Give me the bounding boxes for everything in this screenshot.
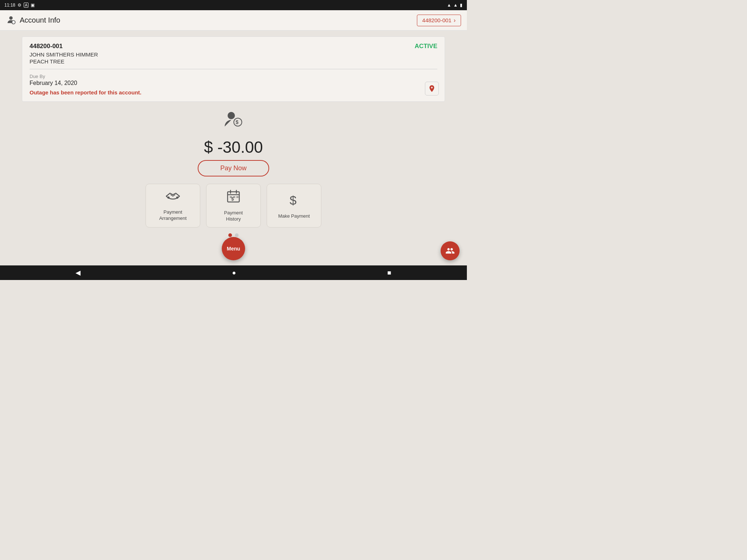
settings-icon: ⚙	[18, 3, 22, 8]
menu-fab-button[interactable]: Menu	[222, 237, 245, 260]
outage-message: Outage has been reported for this accoun…	[30, 89, 437, 96]
pagination-dots	[228, 233, 239, 237]
account-person-icon: i	[6, 15, 16, 26]
svg-point-9	[176, 197, 178, 199]
recent-button[interactable]: ■	[387, 269, 391, 277]
signal-icon: ▲	[453, 3, 458, 8]
account-info-card: 448200-001 ACTIVE JOHN SMITHERS HIMMER P…	[22, 36, 445, 102]
svg-text:$: $	[236, 119, 239, 125]
battery-icon: ▮	[460, 3, 462, 8]
sim-icon: ▣	[31, 3, 35, 8]
time-display: 11:18	[4, 3, 15, 8]
svg-point-4	[228, 112, 235, 119]
pay-now-button[interactable]: Pay Now	[198, 160, 269, 176]
page-title: Account Info	[20, 16, 60, 24]
make-payment-button[interactable]: $ Make Payment	[267, 184, 321, 228]
back-button[interactable]: ◀	[76, 269, 81, 277]
payment-arrangement-button[interactable]: PaymentArrangement	[146, 184, 200, 228]
status-bar: 11:18 ⚙ A ▣ ▲ ▲ ▮	[0, 0, 467, 10]
android-nav-bar: ◀ ● ■	[0, 265, 467, 280]
calendar-dollar-icon: $	[226, 189, 241, 206]
handshake-icon	[166, 190, 180, 206]
chat-fab-button[interactable]	[441, 241, 460, 260]
dot-2	[235, 233, 239, 237]
due-by-label: Due By	[30, 74, 437, 79]
account-selector-button[interactable]: 448200-001 ›	[417, 15, 461, 26]
account-holder-name: JOHN SMITHERS HIMMER	[30, 51, 437, 58]
outage-location-button[interactable]	[425, 82, 439, 96]
svg-point-0	[9, 16, 12, 19]
card-divider	[30, 69, 437, 69]
svg-rect-17	[236, 196, 239, 198]
svg-text:$: $	[290, 193, 297, 207]
home-button[interactable]: ●	[232, 269, 236, 277]
due-date-value: February 14, 2020	[30, 80, 437, 86]
account-location: PEACH TREE	[30, 58, 437, 65]
payment-arrangement-label: PaymentArrangement	[159, 209, 186, 222]
balance-person-icon: $	[222, 109, 244, 135]
account-status-badge: ACTIVE	[415, 43, 437, 50]
make-payment-label: Make Payment	[278, 213, 310, 219]
a-icon: A	[24, 3, 28, 8]
dollar-sign-icon: $	[287, 192, 301, 210]
balance-amount: $ -30.00	[204, 138, 263, 156]
wifi-icon: ▲	[447, 3, 451, 8]
account-number-label: 448200-001	[422, 17, 452, 23]
payment-history-button[interactable]: $ PaymentHistory	[206, 184, 261, 228]
menu-fab-label: Menu	[227, 246, 240, 252]
dot-1	[228, 233, 232, 237]
actions-row: PaymentArrangement $ PaymentHistory	[146, 184, 321, 228]
balance-section: $ $ -30.00 Pay Now	[198, 109, 269, 176]
svg-point-8	[167, 197, 170, 199]
svg-text:i: i	[12, 21, 13, 24]
main-content: 448200-001 ACTIVE JOHN SMITHERS HIMMER P…	[0, 31, 467, 243]
chevron-right-icon: ›	[454, 17, 456, 24]
app-header: i Account Info 448200-001 ›	[0, 10, 467, 31]
svg-rect-15	[230, 196, 232, 198]
svg-rect-16	[233, 196, 235, 198]
card-account-number: 448200-001	[30, 43, 63, 50]
payment-history-label: PaymentHistory	[224, 210, 243, 222]
